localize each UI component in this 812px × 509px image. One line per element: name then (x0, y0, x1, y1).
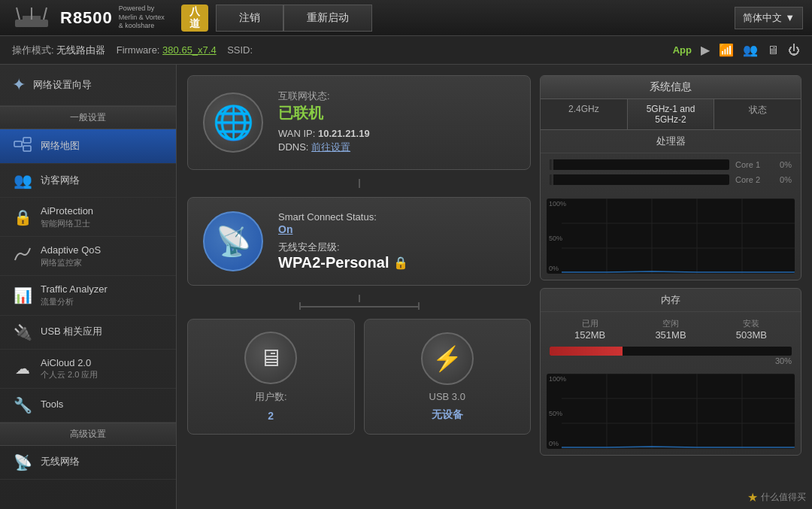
sidebar-qos-label: Adaptive QoS 网络监控家 (41, 244, 101, 268)
chevron-down-icon: ▼ (785, 12, 795, 23)
ddns-label: DDNS: (278, 141, 308, 153)
svg-rect-7 (23, 146, 31, 151)
watermark-text: 什么值得买 (761, 491, 806, 504)
mode-label: 操作模式: (12, 44, 54, 56)
center-panel: 🌐 互联网状态: 已联机 WAN IP: 10.21.21.19 DDNS: 前… (187, 75, 531, 498)
mem-free-label: 空闲 (655, 318, 686, 329)
watermark-icon: ★ (747, 490, 758, 504)
smart-connect-value[interactable]: On (278, 223, 292, 235)
usb-icon-wrap: ⚡ (421, 332, 474, 385)
security-value: WPA2-Personal 🔒 (278, 254, 408, 271)
internet-status-value: 已联机 (278, 103, 370, 123)
cpu-core1-pct: 0% (773, 160, 792, 169)
usb-value: 无设备 (432, 408, 463, 422)
content-area: 🌐 互联网状态: 已联机 WAN IP: 10.21.21.19 DDNS: 前… (177, 65, 812, 509)
lock-icon: 🔒 (393, 256, 408, 270)
mem-used-label: 已用 (574, 318, 605, 329)
wifi-icon[interactable]: 📶 (719, 43, 734, 57)
cpu-core2-pct: 0% (773, 175, 792, 184)
sidebar-item-network-map[interactable]: 网络地图 (0, 129, 176, 164)
clients-value: 2 (268, 410, 274, 422)
right-panel: 系统信息 2.4GHz 5GHz-1 and 5GHz-2 状态 处理器 Cor… (540, 75, 801, 498)
cpu-core1-row: Core 1 0% (550, 159, 792, 170)
top-right: 简体中文 ▼ (726, 7, 812, 29)
mem-chart-line (562, 447, 795, 447)
svg-rect-5 (14, 141, 22, 147)
usb-label: USB 3.0 (429, 391, 465, 402)
power-icon[interactable]: ⏻ (788, 44, 800, 57)
reboot-button[interactable]: 重新启动 (283, 5, 372, 32)
users-icon[interactable]: 👥 (743, 43, 758, 57)
app-label: App (673, 44, 692, 56)
cpu-bars: Core 1 0% Core 2 0% (541, 153, 801, 195)
router-card: 📡 Smart Connect Status: On 无线安全层级: WPA2-… (187, 197, 531, 286)
screen-icon[interactable]: 🖥 (767, 44, 779, 57)
logout-button[interactable]: 注销 (216, 5, 283, 32)
status-bar: 操作模式: 无线路由器 Firmware: 380.65_x7.4 SSID: … (0, 36, 812, 65)
ddns-row: DDNS: 前往设置 (278, 141, 370, 154)
sidebar-item-guest-network[interactable]: 👥 访客网络 (0, 164, 176, 198)
cpu-core2-row: Core 2 0% (550, 174, 792, 185)
adaptive-qos-icon (12, 247, 33, 265)
sidebar-item-usb-apps[interactable]: 🔌 USB 相关应用 (0, 316, 176, 350)
connector-area (187, 295, 531, 310)
play-icon[interactable]: ▶ (701, 43, 710, 57)
tab-2ghz[interactable]: 2.4GHz (541, 99, 628, 129)
cpu-core1-label: Core 1 (735, 160, 767, 169)
wan-ip-label: WAN IP: (278, 128, 315, 139)
router-silhouette-icon (9, 5, 54, 32)
cpu-chart-svg (547, 198, 795, 274)
internet-card: 🌐 互联网状态: 已联机 WAN IP: 10.21.21.19 DDNS: 前… (187, 75, 531, 170)
status-icons: App ▶ 📶 👥 🖥 ⏻ (673, 43, 800, 57)
sidebar-usb-label: USB 相关应用 (41, 326, 102, 338)
mem-bar-area: 30% (541, 344, 801, 371)
tab-5ghz[interactable]: 5GHz-1 and 5GHz-2 (628, 99, 715, 129)
cpu-core2-fill (550, 174, 553, 185)
usb-icon: ⚡ (432, 344, 462, 373)
sidebar-tools-label: Tools (41, 398, 63, 411)
mem-total-value: 503MB (736, 329, 767, 341)
top-nav: 注销 重新启动 (216, 5, 726, 32)
router-icon: 📡 (216, 225, 251, 258)
sidebar-item-aiprotection[interactable]: 🔒 AiProtection 智能网络卫士 (0, 198, 176, 237)
language-selector[interactable]: 简体中文 ▼ (735, 7, 803, 29)
ddns-link[interactable]: 前往设置 (311, 141, 350, 153)
sidebar-item-aicloud[interactable]: ☁ AiCloud 2.0 个人云 2.0 应用 (0, 350, 176, 389)
network-map-icon (12, 137, 33, 156)
usb-card: ⚡ USB 3.0 无设备 (364, 319, 532, 435)
internet-info: 互联网状态: 已联机 WAN IP: 10.21.21.19 DDNS: 前往设… (278, 89, 370, 156)
sidebar-item-tools[interactable]: 🔧 Tools (0, 389, 176, 423)
status-info: 操作模式: 无线路由器 Firmware: 380.65_x7.4 SSID: (12, 44, 253, 57)
usb-apps-icon: 🔌 (12, 323, 33, 341)
sidebar-setup[interactable]: ✦ 网络设置向导 (0, 65, 176, 106)
security-label: 无线安全层级: (278, 241, 408, 254)
sidebar-aicloud-label: AiCloud 2.0 个人云 2.0 应用 (41, 357, 98, 380)
cpu-core2-track (550, 174, 729, 185)
brand-subtitle: Powered by Merlin & Vortex & koolshare (119, 5, 165, 31)
firmware-link[interactable]: 380.65_x7.4 (162, 44, 217, 56)
top-bar: R8500 Powered by Merlin & Vortex & kools… (0, 0, 812, 36)
tab-status[interactable]: 状态 (714, 99, 801, 129)
setup-label: 网络设置向导 (33, 79, 92, 92)
sidebar-network-map-label: 网络地图 (41, 140, 80, 153)
sidebar-item-wireless[interactable]: 📡 无线网络 (0, 446, 176, 480)
main-layout: ✦ 网络设置向导 一般设置 网络地图 👥 访客网络 🔒 AiProtection… (0, 65, 812, 509)
clients-card: 🖥 用户数: 2 (187, 319, 355, 435)
clients-label: 用户数: (255, 390, 287, 404)
mem-pct-label: 30% (550, 356, 792, 366)
language-label: 简体中文 (743, 11, 782, 25)
cpu-core1-track (550, 159, 729, 170)
sidebar-item-adaptive-qos[interactable]: Adaptive QoS 网络监控家 (0, 237, 176, 276)
firmware-label: Firmware: (117, 44, 160, 56)
clients-icon-wrap: 🖥 (244, 332, 297, 384)
cpu-chart-line (562, 271, 795, 272)
mem-bar-track (550, 347, 792, 356)
brand-logo: 八 道 (181, 5, 208, 32)
aiprotection-icon: 🔒 (12, 208, 33, 226)
aicloud-icon: ☁ (12, 359, 33, 377)
system-info-header: 系统信息 (541, 76, 801, 99)
mem-bar-used (550, 347, 623, 356)
ssid-label: SSID: (227, 44, 253, 56)
tools-icon: 🔧 (12, 396, 33, 414)
sidebar-item-traffic-analyzer[interactable]: 📊 Traffic Analyzer 流量分析 (0, 276, 176, 315)
